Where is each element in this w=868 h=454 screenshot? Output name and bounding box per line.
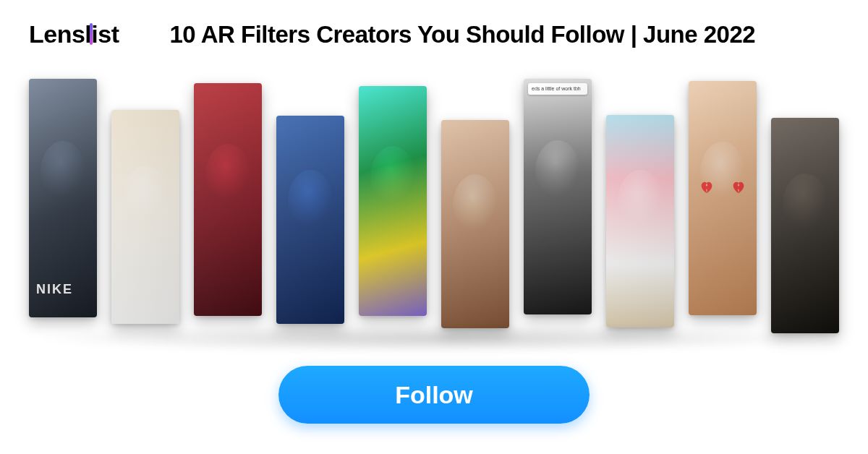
broken-heart-icon: [731, 179, 746, 195]
brand-logo: Lenslist: [29, 20, 119, 48]
creator-card-1: NIKE: [29, 79, 97, 317]
creator-card-7: eds a little of work tbh: [524, 79, 592, 314]
follow-button-label: Follow: [395, 381, 473, 408]
face-icon: [123, 166, 168, 222]
creator-cards-row: NIKE eds a little of work tbh: [0, 74, 868, 334]
creator-card-3: [194, 83, 262, 316]
face-icon: [205, 144, 250, 200]
logo-text-part2: ist: [91, 20, 119, 48]
face-icon: [288, 170, 333, 226]
creator-card-5: [359, 86, 427, 316]
shirt-brand-text: NIKE: [36, 282, 73, 297]
creator-card-2: [111, 110, 179, 324]
follow-button[interactable]: Follow: [278, 366, 590, 424]
creator-card-4: [276, 116, 344, 324]
page-title: 10 AR Filters Creators You Should Follow…: [170, 21, 756, 48]
creator-card-8: [606, 115, 674, 327]
face-icon: [370, 146, 415, 202]
face-icon: [783, 174, 827, 230]
face-icon: [41, 141, 85, 197]
reply-note-chip: eds a little of work tbh: [528, 83, 587, 95]
face-icon: [535, 140, 580, 197]
creator-card-6: [441, 120, 509, 328]
creator-card-10: [771, 118, 839, 333]
face-icon: [453, 174, 498, 231]
logo-text-part1: Lens: [29, 20, 85, 48]
creator-card-9: [689, 81, 757, 315]
face-icon: [618, 170, 663, 226]
logo-divider-icon: l: [85, 20, 91, 48]
broken-heart-icon: [699, 179, 715, 195]
